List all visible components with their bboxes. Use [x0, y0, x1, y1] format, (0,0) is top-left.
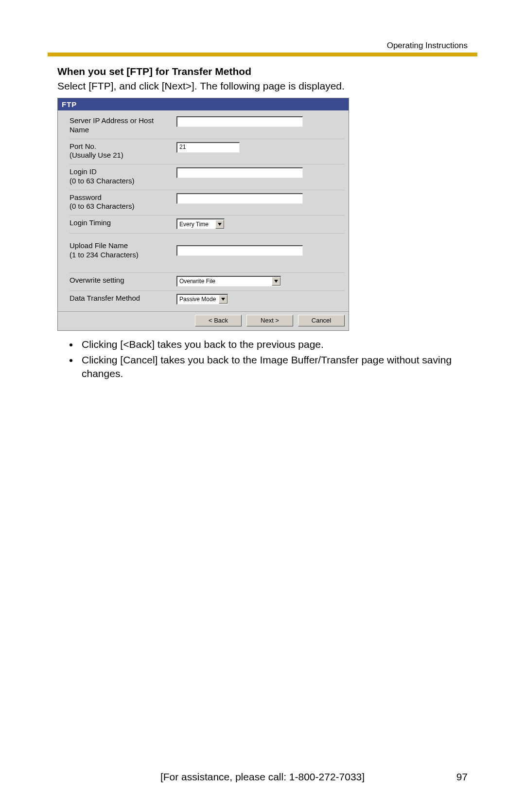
chevron-down-icon [272, 277, 280, 286]
overwrite-select[interactable]: Overwrite File [176, 276, 281, 287]
back-button[interactable]: < Back [195, 315, 242, 326]
label-port: Port No. (Usually Use 21) [70, 142, 176, 161]
label-port-line1: Port No. [70, 142, 96, 150]
label-password: Password (0 to 63 Characters) [70, 193, 176, 212]
button-row: < Back Next > Cancel [58, 311, 349, 330]
label-login: Login ID (0 to 63 Characters) [70, 167, 176, 186]
row-server: Server IP Address or Host Name [70, 113, 345, 139]
svg-marker-0 [218, 223, 222, 226]
header-rule [48, 53, 477, 56]
note-item: Clicking [Cancel] takes you back to the … [79, 353, 468, 381]
footer-assistance: [For assistance, please call: 1-800-272-… [0, 771, 525, 783]
label-method: Data Transfer Method [70, 294, 176, 303]
label-timing: Login Timing [70, 218, 176, 228]
login-input[interactable] [176, 167, 303, 178]
label-login-line2: (0 to 63 Characters) [70, 177, 134, 185]
label-login-line1: Login ID [70, 167, 97, 176]
method-select[interactable]: Passive Mode [176, 294, 228, 305]
row-timing: Login Timing Every Time [70, 216, 345, 234]
port-input[interactable]: 21 [176, 142, 240, 153]
label-filename-line1: Upload File Name [70, 241, 128, 250]
note-item: Clicking [<Back] takes you back to the p… [79, 338, 468, 351]
notes-list: Clicking [<Back] takes you back to the p… [57, 338, 468, 381]
label-filename-line2: (1 to 234 Characters) [70, 251, 139, 259]
row-method: Data Transfer Method Passive Mode [70, 291, 345, 308]
method-selected: Passive Mode [179, 296, 219, 303]
timing-selected: Every Time [179, 221, 215, 228]
document-page: Operating Instructions When you set [FTP… [0, 0, 525, 812]
overwrite-selected: Overwrite File [179, 278, 272, 285]
svg-marker-2 [221, 298, 225, 301]
row-login: Login ID (0 to 63 Characters) [70, 164, 345, 190]
timing-select[interactable]: Every Time [176, 218, 225, 229]
page-header: Operating Instructions [387, 41, 468, 51]
label-password-line2: (0 to 63 Characters) [70, 202, 134, 210]
label-server-line2: Name [70, 126, 89, 134]
label-server: Server IP Address or Host Name [70, 116, 176, 135]
password-input[interactable] [176, 193, 303, 204]
chevron-down-icon [219, 295, 228, 304]
ftp-settings-panel: FTP Server IP Address or Host Name Port … [57, 98, 349, 331]
panel-title: FTP [58, 98, 349, 110]
filename-input[interactable] [176, 245, 303, 256]
label-password-line1: Password [70, 193, 102, 201]
row-overwrite: Overwrite setting Overwrite File [70, 273, 345, 291]
label-filename: Upload File Name (1 to 234 Characters) [70, 241, 176, 260]
svg-marker-1 [274, 280, 278, 283]
row-password: Password (0 to 63 Characters) [70, 190, 345, 216]
chevron-down-icon [215, 220, 224, 229]
label-server-line1: Server IP Address or Host [70, 116, 154, 125]
page-content: When you set [FTP] for Transfer Method S… [57, 66, 468, 383]
next-button[interactable]: Next > [246, 315, 293, 326]
cancel-button[interactable]: Cancel [298, 315, 345, 326]
row-filename: Upload File Name (1 to 234 Characters) [70, 234, 345, 273]
server-input[interactable] [176, 116, 303, 127]
label-port-line2: (Usually Use 21) [70, 151, 123, 159]
row-port: Port No. (Usually Use 21) 21 [70, 139, 345, 165]
label-overwrite: Overwrite setting [70, 276, 176, 285]
section-title: When you set [FTP] for Transfer Method [57, 66, 468, 77]
section-intro: Select [FTP], and click [Next>]. The fol… [57, 80, 468, 92]
panel-body: Server IP Address or Host Name Port No. … [58, 110, 349, 310]
page-number: 97 [456, 771, 468, 783]
